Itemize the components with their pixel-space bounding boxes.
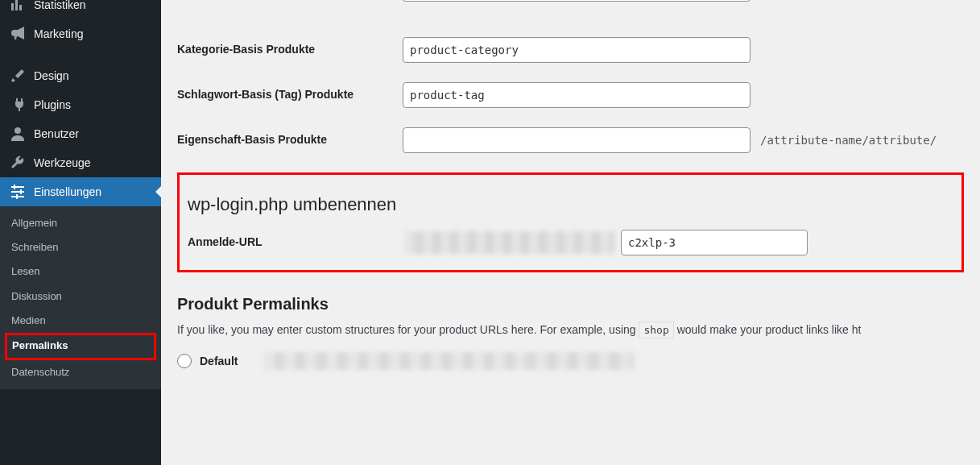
svg-rect-7 [14, 185, 15, 189]
permalink-option-default-row: Default [177, 352, 964, 370]
svg-rect-4 [11, 186, 24, 188]
plug-icon [10, 97, 26, 113]
blurred-example-url [263, 352, 634, 370]
sidebar-item-benutzer[interactable]: Benutzer [0, 119, 161, 148]
sidebar-item-statistiken[interactable]: Statistiken [0, 0, 161, 19]
login-url-input[interactable] [621, 230, 808, 255]
attribute-base-label: Eigenschaft-Basis Produkte [177, 127, 403, 148]
permalink-option-default-radio[interactable] [177, 354, 192, 368]
sidebar-item-werkzeuge[interactable]: Werkzeuge [0, 148, 161, 177]
settings-panel: x Kategorie-Basis Produkte Schlagwort-Ba… [161, 0, 980, 465]
sidebar-item-label: Einstellungen [34, 185, 101, 198]
submenu-item-lesen[interactable]: Lesen [0, 259, 161, 284]
rename-login-title: wp-login.php umbenennen [188, 194, 953, 215]
sidebar-item-einstellungen[interactable]: Einstellungen [0, 177, 161, 206]
code-shop: shop [639, 322, 673, 338]
sidebar-item-design[interactable]: Design [0, 61, 161, 90]
attribute-base-input[interactable] [403, 127, 751, 153]
svg-rect-8 [20, 189, 22, 194]
product-permalinks-desc: If you like, you may enter custom struct… [177, 323, 964, 336]
svg-rect-2 [19, 5, 22, 10]
admin-sidebar: Statistiken Marketing Design Plugins Ben… [0, 0, 161, 465]
sidebar-item-plugins[interactable]: Plugins [0, 90, 161, 119]
settings-submenu: Allgemein Schreiben Lesen Diskussion Med… [0, 206, 161, 389]
permalink-option-default-label: Default [200, 355, 238, 367]
blurred-url-prefix [405, 231, 614, 254]
sidebar-item-label: Benutzer [34, 127, 79, 140]
svg-rect-9 [16, 194, 18, 199]
sidebar-item-label: Plugins [34, 98, 71, 111]
submenu-item-medien[interactable]: Medien [0, 309, 161, 333]
megaphone-icon [10, 26, 26, 42]
category-base-label: Kategorie-Basis Produkte [177, 37, 403, 58]
login-url-label: Anmelde-URL [188, 230, 405, 251]
attribute-base-hint: /attribute-name/attribute/ [751, 134, 937, 147]
svg-rect-5 [11, 191, 24, 193]
sidebar-item-marketing[interactable]: Marketing [0, 19, 161, 48]
user-icon [10, 126, 26, 142]
wrench-icon [10, 155, 26, 171]
sliders-icon [10, 184, 26, 200]
svg-rect-1 [15, 0, 18, 10]
submenu-item-allgemein[interactable]: Allgemein [0, 211, 161, 235]
sidebar-item-label: Marketing [34, 27, 83, 40]
rename-login-section: wp-login.php umbenennen Anmelde-URL [177, 172, 964, 272]
submenu-item-diskussion[interactable]: Diskussion [0, 284, 161, 309]
svg-rect-0 [11, 3, 14, 10]
submenu-item-permalinks[interactable]: Permalinks [5, 333, 156, 360]
submenu-item-datenschutz[interactable]: Datenschutz [0, 360, 161, 384]
tag-base-input[interactable] [403, 82, 751, 108]
submenu-item-schreiben[interactable]: Schreiben [0, 235, 161, 259]
tag-base-label: Schlagwort-Basis (Tag) Produkte [177, 82, 403, 103]
product-permalinks-title: Produkt Permalinks [177, 295, 964, 313]
category-base-input[interactable] [403, 37, 751, 63]
sidebar-item-label: Design [34, 69, 69, 82]
sidebar-item-label: Werkzeuge [34, 156, 91, 169]
stats-icon [10, 0, 26, 13]
clipped-input[interactable] [403, 0, 751, 2]
brush-icon [10, 68, 26, 84]
svg-point-3 [14, 127, 21, 134]
sidebar-item-label: Statistiken [34, 0, 86, 11]
